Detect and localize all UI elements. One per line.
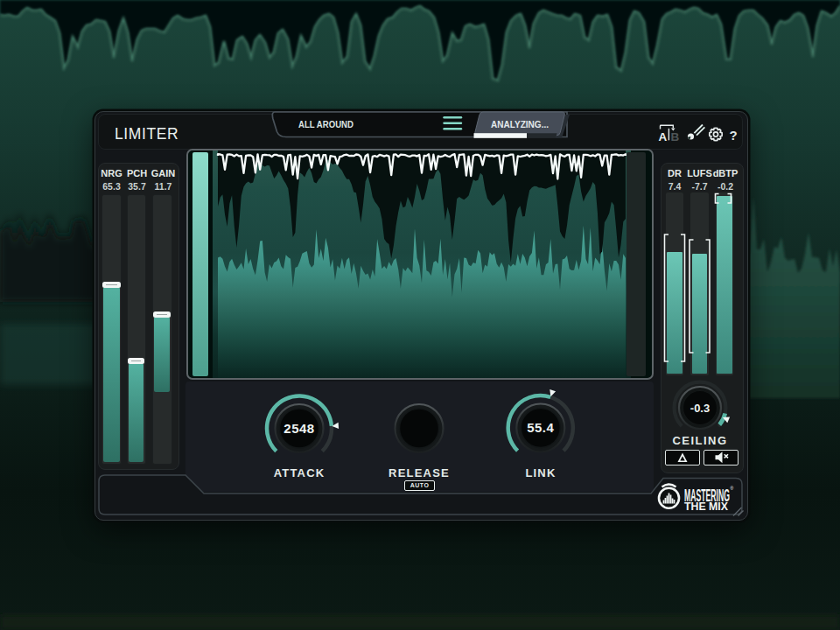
svg-text:2548: 2548 xyxy=(284,421,314,436)
svg-text:55.4: 55.4 xyxy=(527,420,554,435)
svg-text:?: ? xyxy=(730,128,738,143)
svg-text:A: A xyxy=(659,130,668,144)
svg-text:THE MIX: THE MIX xyxy=(684,500,728,513)
svg-text:ALL AROUND: ALL AROUND xyxy=(298,119,354,130)
svg-text:-0.3: -0.3 xyxy=(690,402,710,415)
svg-text:®: ® xyxy=(731,486,734,491)
svg-text:B: B xyxy=(671,130,680,144)
svg-text:ANALYZING...: ANALYZING... xyxy=(491,119,549,130)
